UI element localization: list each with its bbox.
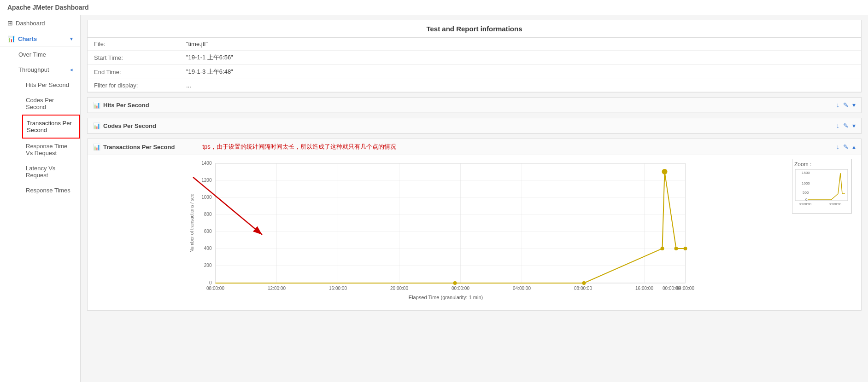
codes-per-second-label: Codes Per Second — [26, 97, 73, 110]
chart-area: 0 200 400 600 800 1000 1200 1400 Number … — [91, 159, 857, 307]
sidebar-item-latency-vs-request[interactable]: Latency Vs Request — [22, 161, 80, 183]
svg-point-40 — [661, 247, 664, 250]
sidebar-item-throughput[interactable]: Throughput ◂ — [15, 62, 80, 77]
collapse-icon[interactable]: ▴ — [852, 143, 856, 150]
dashboard-icon: ⊞ — [7, 19, 13, 27]
end-time-label: End Time: — [88, 65, 180, 79]
download-icon[interactable]: ↓ — [836, 101, 839, 109]
filter-value: ... — [180, 79, 861, 92]
svg-text:200: 200 — [204, 263, 212, 268]
svg-text:16:00:00: 16:00:00 — [329, 286, 347, 291]
annotation-text: tps，由于设置的统计间隔时间太长，所以造成了这种就只有几个点的情况 — [202, 143, 396, 151]
codes-per-second-title: 📊 Codes Per Second — [93, 122, 156, 129]
info-row-end-time: End Time: "19-1-3 上午6:48" — [88, 65, 861, 79]
app-title: Apache JMeter Dashboard — [7, 4, 89, 11]
svg-text:0: 0 — [209, 280, 212, 285]
transactions-chart-body: 0 200 400 600 800 1000 1200 1400 Number … — [88, 155, 861, 310]
main-content: Test and Report informations File: "time… — [81, 15, 868, 382]
over-time-label: Over Time — [18, 51, 46, 58]
svg-text:500: 500 — [803, 191, 809, 195]
start-time-value: "19-1-1 上午6:56" — [180, 51, 861, 65]
sidebar-item-dashboard[interactable]: ⊞ Dashboard — [0, 15, 80, 31]
app-header: Apache JMeter Dashboard — [0, 0, 868, 15]
info-title: Test and Report informations — [88, 20, 861, 38]
hits-per-second-label: Hits Per Second — [26, 81, 69, 88]
svg-rect-0 — [216, 163, 686, 283]
svg-text:16:00:00: 16:00:00 — [635, 286, 653, 291]
sidebar-item-over-time[interactable]: Over Time — [15, 47, 80, 62]
svg-text:04:00:00: 04:00:00 — [513, 286, 531, 291]
transactions-chart-svg: 0 200 400 600 800 1000 1200 1400 Number … — [97, 159, 786, 301]
svg-text:00:00:00: 00:00:00 — [452, 286, 469, 291]
transactions-per-second-actions: ↓ ✎ ▴ — [836, 143, 856, 150]
response-times-label: Response Times — [26, 187, 70, 194]
info-row-start-time: Start Time: "19-1-1 上午6:56" — [88, 51, 861, 65]
main-chart-container: 0 200 400 600 800 1000 1200 1400 Number … — [97, 159, 786, 303]
svg-point-41 — [662, 169, 668, 174]
file-value: "time.jtl" — [180, 38, 861, 51]
expand-icon2[interactable]: ▾ — [852, 122, 856, 129]
chevron-down-icon: ▾ — [70, 36, 73, 42]
info-row-file: File: "time.jtl" — [88, 38, 861, 51]
sidebar-item-codes-per-second[interactable]: Codes Per Second — [22, 93, 80, 115]
svg-point-42 — [674, 247, 678, 250]
start-time-label: Start Time: — [88, 51, 180, 65]
info-table: File: "time.jtl" Start Time: "19-1-1 上午6… — [88, 38, 861, 92]
download-icon3[interactable]: ↓ — [836, 143, 839, 150]
end-time-value: "19-1-3 上午6:48" — [180, 65, 861, 79]
latency-vs-request-label: Latency Vs Request — [26, 165, 73, 179]
response-time-vs-request-label: Response Time Vs Request — [26, 143, 73, 156]
sidebar-charts-label: Charts — [18, 35, 37, 42]
zoom-chart-svg: 1500 1000 500 0 00:00:00 00:00:00 — [794, 168, 849, 210]
transactions-per-second-title: 📊 Transactions Per Second — [93, 144, 175, 150]
sidebar-section-charts[interactable]: 📊 Charts ▾ — [0, 31, 80, 47]
hits-per-second-actions: ↓ ✎ ▾ — [836, 101, 856, 109]
zoom-label: Zoom : — [794, 161, 850, 168]
sidebar-item-response-times[interactable]: Response Times — [22, 183, 80, 198]
hits-per-second-header: 📊 Hits Per Second ↓ ✎ ▾ — [88, 98, 861, 113]
sidebar-item-response-time-vs-request[interactable]: Response Time Vs Request — [22, 139, 80, 161]
sidebar-dashboard-label: Dashboard — [16, 20, 45, 27]
chart-bar-icon2: 📊 — [93, 122, 100, 129]
svg-text:1200: 1200 — [201, 178, 212, 183]
codes-per-second-header: 📊 Codes Per Second ↓ ✎ ▾ — [88, 118, 861, 133]
svg-text:00:00:00: 00:00:00 — [829, 203, 841, 206]
codes-per-second-section: 📊 Codes Per Second ↓ ✎ ▾ — [87, 118, 862, 134]
hits-per-second-title: 📊 Hits Per Second — [93, 102, 149, 109]
sidebar-item-transactions-per-second[interactable]: Transactions Per Second — [22, 115, 80, 139]
chevron-left-icon: ◂ — [70, 67, 73, 73]
filter-label: Filter for display: — [88, 79, 180, 92]
zoom-panel: Zoom : 1500 1000 500 0 00:00:00 — [792, 159, 852, 214]
file-label: File: — [88, 38, 180, 51]
expand-icon[interactable]: ▾ — [852, 101, 856, 109]
settings-icon[interactable]: ✎ — [843, 101, 849, 109]
codes-per-second-actions: ↓ ✎ ▾ — [836, 122, 856, 129]
transactions-per-second-label: Transactions Per Second — [27, 120, 72, 133]
svg-text:400: 400 — [204, 246, 212, 251]
charts-icon: 📊 — [7, 35, 15, 42]
download-icon2[interactable]: ↓ — [836, 122, 839, 129]
chart-bar-icon3: 📊 — [93, 144, 100, 150]
svg-text:04:00:00: 04:00:00 — [676, 286, 694, 291]
svg-point-43 — [684, 247, 687, 250]
svg-text:1000: 1000 — [201, 195, 212, 200]
info-section: Test and Report informations File: "time… — [87, 20, 862, 93]
sidebar-charts-submenu: Over Time Throughput ◂ Hits Per Second C… — [0, 47, 80, 198]
svg-text:20:00:00: 20:00:00 — [390, 286, 408, 291]
settings-icon2[interactable]: ✎ — [843, 122, 849, 129]
svg-text:1400: 1400 — [201, 161, 212, 166]
sidebar: ⊞ Dashboard 📊 Charts ▾ Over Time Through… — [0, 15, 81, 382]
svg-text:800: 800 — [204, 212, 212, 217]
throughput-label: Throughput — [18, 66, 49, 73]
transactions-per-second-section: 📊 Transactions Per Second tps，由于设置的统计间隔时… — [87, 139, 862, 311]
svg-text:12:00:00: 12:00:00 — [268, 286, 286, 291]
sidebar-item-hits-per-second[interactable]: Hits Per Second — [22, 77, 80, 93]
svg-text:600: 600 — [204, 229, 212, 234]
svg-text:08:00:00: 08:00:00 — [574, 286, 592, 291]
hits-per-second-section: 📊 Hits Per Second ↓ ✎ ▾ — [87, 97, 862, 113]
settings-icon3[interactable]: ✎ — [843, 143, 849, 150]
transactions-per-second-header: 📊 Transactions Per Second tps，由于设置的统计间隔时… — [88, 139, 861, 155]
svg-text:1000: 1000 — [802, 181, 810, 185]
svg-text:08:00:00: 08:00:00 — [206, 286, 224, 291]
svg-text:Number of transactions / sec: Number of transactions / sec — [189, 194, 194, 252]
